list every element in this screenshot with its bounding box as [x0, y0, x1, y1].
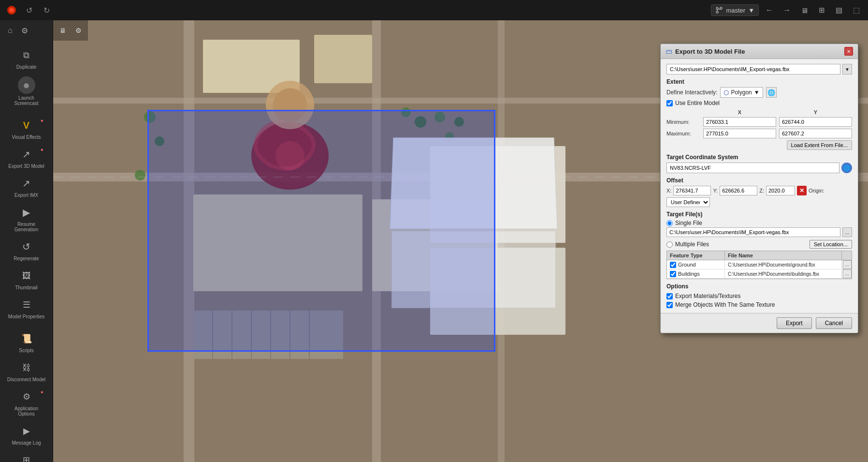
export-materials-checkbox[interactable]: [666, 293, 673, 299]
buildings-browse-btn[interactable]: …: [843, 269, 852, 278]
redo-btn[interactable]: ↻: [40, 3, 53, 17]
layers-btn[interactable]: ▤: [832, 3, 846, 17]
polygon-dropdown[interactable]: ⬡ Polygon ▼: [720, 87, 763, 98]
sidebar-item-export-imx[interactable]: ↗ Export IMX: [5, 173, 48, 201]
sidebar-item-regenerate[interactable]: ↺ Regenerate: [5, 236, 48, 264]
single-file-radio[interactable]: [666, 220, 673, 226]
sidebar-item-data-table[interactable]: ⊞ Data Table: [5, 449, 48, 462]
single-file-label: Single File: [675, 220, 702, 226]
branch-selector[interactable]: master ▼: [711, 4, 759, 16]
multiple-files-radio[interactable]: [666, 241, 673, 248]
offset-y-input[interactable]: [720, 186, 757, 195]
dialog-body: ▼ Extent Define Interactively: ⬡ Polygon…: [661, 59, 858, 313]
grid-btn[interactable]: ⊞: [815, 3, 828, 17]
use-entire-model-checkbox[interactable]: [666, 100, 673, 106]
load-extent-button[interactable]: Load Extent From File...: [787, 140, 852, 150]
sidebar-item-resume-generation[interactable]: ▶ Resume Generation: [5, 202, 48, 235]
use-entire-model-label: Use Entire Model: [675, 100, 720, 106]
polygon-label: Polygon: [731, 89, 752, 96]
target-files-label: Target File(s): [666, 211, 852, 218]
ground-file-path: C:\Users\user.HP\Documents\ground.fbx: [728, 262, 815, 268]
sidebar-item-duplicate[interactable]: ⧉ Duplicate: [5, 45, 48, 73]
offset-x-input[interactable]: [673, 186, 711, 195]
app-icon-btn[interactable]: [5, 3, 18, 17]
app-options-icon: ⚙: [19, 389, 34, 404]
minimum-label: Minimum:: [666, 119, 700, 125]
target-files-section: Target File(s) Single File … Multiple Fi…: [666, 211, 852, 279]
secondary-toolbar: 🖥 ⚙: [53, 20, 88, 41]
sidebar-home-icon[interactable]: ⌂: [4, 24, 16, 37]
define-interactively-row: Define Interactively: ⬡ Polygon ▼ 🌐: [666, 87, 852, 98]
polygon-dropdown-arrow: ▼: [754, 89, 760, 96]
sidebar-item-scripts[interactable]: 📜 Scripts: [5, 328, 48, 356]
polygon-icon: ⬡: [723, 89, 729, 96]
feature-type-header: Feature Type: [667, 251, 725, 260]
use-entire-model-row: Use Entire Model: [666, 100, 852, 106]
merge-objects-label: Merge Objects With The Same Texture: [675, 301, 775, 308]
set-location-btn[interactable]: Set Location...: [810, 240, 852, 249]
feature-table-header: Feature Type File Name: [667, 251, 852, 260]
globe-btn[interactable]: 🌐: [766, 87, 777, 98]
dialog-title-icon: 🗃: [665, 47, 672, 55]
define-interactively-label: Define Interactively:: [666, 89, 717, 96]
top-toolbar: ↺ ↻ master ▼ ← → 🖥 ⊞ ▤ ⬚: [0, 0, 868, 20]
y-header: Y: [779, 109, 852, 115]
buildings-feature-cell: Buildings: [667, 270, 725, 278]
dialog-title-text: Export to 3D Model File: [675, 48, 841, 55]
export-button[interactable]: Export: [777, 317, 812, 329]
sidebar-item-export-3d[interactable]: ↗ Export 3D Model: [5, 144, 48, 172]
nav-forward-btn[interactable]: →: [780, 3, 794, 17]
maximum-y-input[interactable]: [779, 129, 852, 138]
ground-file-cell: C:\Users\user.HP\Documents\ground.fbx: [725, 261, 842, 268]
origin-select[interactable]: User Defined: [666, 197, 710, 207]
sidebar-item-launch-screencast[interactable]: ● Launch Screencast: [5, 74, 48, 109]
buildings-feature-label: Buildings: [678, 271, 700, 277]
maximum-x-input[interactable]: [703, 129, 776, 138]
dialog-close-button[interactable]: ✕: [844, 47, 853, 56]
offset-clear-btn[interactable]: ✕: [797, 186, 807, 195]
dialog-footer: Export Cancel: [661, 313, 858, 333]
sec-monitor-btn[interactable]: 🖥: [56, 24, 70, 37]
sidebar-item-model-properties[interactable]: ☰ Model Properties: [5, 294, 48, 322]
sidebar-item-visual-effects[interactable]: V Visual Effects: [5, 115, 48, 143]
svg-point-1: [9, 8, 14, 13]
export-screen-btn[interactable]: ⬚: [850, 3, 863, 17]
crs-globe-btn[interactable]: 🌐: [841, 163, 852, 173]
sidebar-settings-icon[interactable]: ⚙: [18, 24, 31, 37]
multiple-files-row: Multiple Files: [666, 241, 709, 248]
offset-x-label: X:: [666, 188, 671, 194]
disconnect-icon: ⛓: [19, 360, 34, 375]
ground-feature-cell: Ground: [667, 261, 725, 269]
single-file-browse-btn[interactable]: …: [842, 227, 852, 237]
minimum-x-input[interactable]: [703, 117, 776, 127]
ground-feature-label: Ground: [678, 262, 696, 268]
cancel-button[interactable]: Cancel: [816, 317, 852, 329]
top-file-dropdown-btn[interactable]: ▼: [842, 64, 852, 75]
crs-row: 🌐: [666, 163, 852, 173]
top-file-path-input[interactable]: [666, 64, 840, 75]
table-row: Ground C:\Users\user.HP\Documents\ground…: [667, 260, 852, 269]
buildings-file-cell: C:\Users\user.HP\Documents\buildings.fbx: [725, 270, 842, 278]
top-file-path-row: ▼: [666, 64, 852, 75]
undo-btn[interactable]: ↺: [22, 3, 36, 17]
sidebar-item-disconnect[interactable]: ⛓ Disconnect Model: [5, 357, 48, 385]
ground-checkbox[interactable]: [670, 262, 676, 268]
sidebar-item-message-log[interactable]: ▶ Message Log: [5, 420, 48, 448]
minimum-y-input[interactable]: [779, 117, 852, 127]
crs-input[interactable]: [666, 163, 839, 173]
merge-objects-checkbox[interactable]: [666, 302, 673, 308]
monitor-btn[interactable]: 🖥: [797, 3, 811, 17]
merge-objects-row: Merge Objects With The Same Texture: [666, 301, 852, 308]
coord-grid: X Y Minimum: Maximum:: [666, 109, 852, 138]
sidebar-item-thumbnail[interactable]: 🖼 Thumbnail: [5, 265, 48, 293]
nav-back-btn[interactable]: ←: [763, 3, 776, 17]
load-extent-btn-container: Load Extent From File...: [666, 140, 852, 150]
buildings-checkbox[interactable]: [670, 271, 676, 277]
offset-z-input[interactable]: [766, 186, 795, 195]
sec-settings-btn[interactable]: ⚙: [72, 24, 85, 37]
sidebar-item-app-options[interactable]: ⚙ Application Options: [5, 386, 48, 419]
target-crs-label: Target Coordinate System: [666, 154, 852, 161]
ground-browse-btn[interactable]: …: [843, 260, 852, 269]
single-file-path-input[interactable]: [666, 227, 840, 237]
scripts-icon: 📜: [19, 331, 34, 346]
